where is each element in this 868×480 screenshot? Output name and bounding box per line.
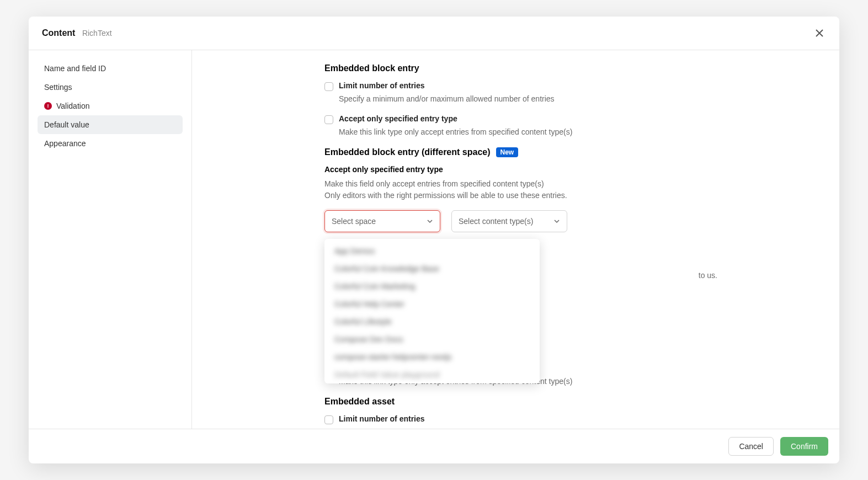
sidebar-item-appearance[interactable]: Appearance <box>38 134 183 153</box>
asset-limit-row: Limit number of entries <box>324 414 722 424</box>
modal-subtitle: RichText <box>82 29 112 38</box>
accept-type-label: Accept only specified entry type <box>339 114 457 123</box>
select-row: Select space Select content type(s) <box>324 210 722 232</box>
limit-entries-desc: Specify a minimum and/or maximum allowed… <box>339 94 722 103</box>
sidebar-item-label: Validation <box>56 102 89 110</box>
accept-type-checkbox[interactable] <box>324 115 333 124</box>
dropdown-item[interactable]: Colorful Help Center <box>324 295 540 313</box>
field-settings-modal: Content RichText Name and field ID Setti… <box>29 17 839 463</box>
sidebar-item-label: Appearance <box>44 139 86 148</box>
new-badge: New <box>496 147 519 157</box>
modal-footer: Cancel Confirm <box>29 429 839 463</box>
select-space-placeholder: Select space <box>332 217 376 226</box>
close-icon <box>816 29 823 37</box>
chevron-down-icon <box>427 218 433 225</box>
accept-type-subdesc: Make this field only accept entries from… <box>324 178 722 201</box>
sidebar-item-settings[interactable]: Settings <box>38 78 183 97</box>
cancel-button[interactable]: Cancel <box>728 437 774 456</box>
obscured-text-fragment: to us. <box>699 271 717 280</box>
dropdown-item[interactable]: Colorful Coin Marketing <box>324 278 540 295</box>
content-inner: Embedded block entry Limit number of ent… <box>324 63 722 429</box>
select-content-types-dropdown[interactable]: Select content type(s) <box>451 210 567 232</box>
dropdown-item[interactable]: compose-starter-helpcenter-nextjs <box>324 348 540 366</box>
sidebar-item-label: Name and field ID <box>44 64 106 73</box>
subdesc-line2: Only editors with the right permissions … <box>324 191 567 200</box>
modal-header: Content RichText <box>29 17 839 50</box>
asset-limit-checkbox[interactable] <box>324 415 333 424</box>
asset-limit-desc: Specify a minimum and/or maximum allowed… <box>339 428 722 429</box>
chevron-down-icon <box>553 218 560 225</box>
dropdown-item[interactable]: Compose Dev Docs <box>324 330 540 348</box>
subdesc-line1: Make this field only accept entries from… <box>324 179 544 188</box>
sidebar-item-label: Default value <box>44 120 89 129</box>
modal-title: Content <box>42 28 75 38</box>
sidebar-item-default-value[interactable]: Default value <box>38 115 183 134</box>
select-space-dropdown[interactable]: Select space <box>324 210 440 232</box>
close-button[interactable] <box>813 26 826 40</box>
confirm-button[interactable]: Confirm <box>780 437 828 456</box>
dropdown-item[interactable]: Default Field Value playground <box>324 366 540 380</box>
space-dropdown-panel: App Demos Colorful Coin Knowledge Base C… <box>324 239 540 383</box>
section-heading-embedded-block-entry: Embedded block entry <box>324 63 722 73</box>
limit-entries-checkbox[interactable] <box>324 82 333 91</box>
asset-limit-label: Limit number of entries <box>339 414 425 423</box>
content-area[interactable]: Embedded block entry Limit number of ent… <box>192 50 839 429</box>
sidebar-item-validation[interactable]: ! Validation <box>38 97 183 115</box>
select-types-placeholder: Select content type(s) <box>459 217 533 226</box>
sidebar-item-label: Settings <box>44 83 72 92</box>
limit-entries-label: Limit number of entries <box>339 81 425 90</box>
modal-body: Name and field ID Settings ! Validation … <box>29 50 839 429</box>
accept-type-row: Accept only specified entry type <box>324 114 722 124</box>
dropdown-item[interactable]: App Demos <box>324 242 540 260</box>
accept-type-desc: Make this link type only accept entries … <box>339 127 722 136</box>
error-icon: ! <box>44 102 52 110</box>
section-heading-embedded-asset: Embedded asset <box>324 397 722 407</box>
modal-title-group: Content RichText <box>42 28 112 38</box>
accept-type-subheading: Accept only specified entry type <box>324 165 722 174</box>
sidebar: Name and field ID Settings ! Validation … <box>29 50 192 429</box>
dropdown-item[interactable]: Colorful Lifestyle <box>324 313 540 330</box>
section-heading-text: Embedded block entry (different space) <box>324 147 491 157</box>
limit-entries-row: Limit number of entries <box>324 81 722 91</box>
dropdown-item[interactable]: Colorful Coin Knowledge Base <box>324 260 540 278</box>
sidebar-item-name-field-id[interactable]: Name and field ID <box>38 59 183 78</box>
section-heading-different-space: Embedded block entry (different space) N… <box>324 147 722 157</box>
dropdown-wrapper: to us. App Demos Colorful Coin Knowledge… <box>324 239 722 377</box>
